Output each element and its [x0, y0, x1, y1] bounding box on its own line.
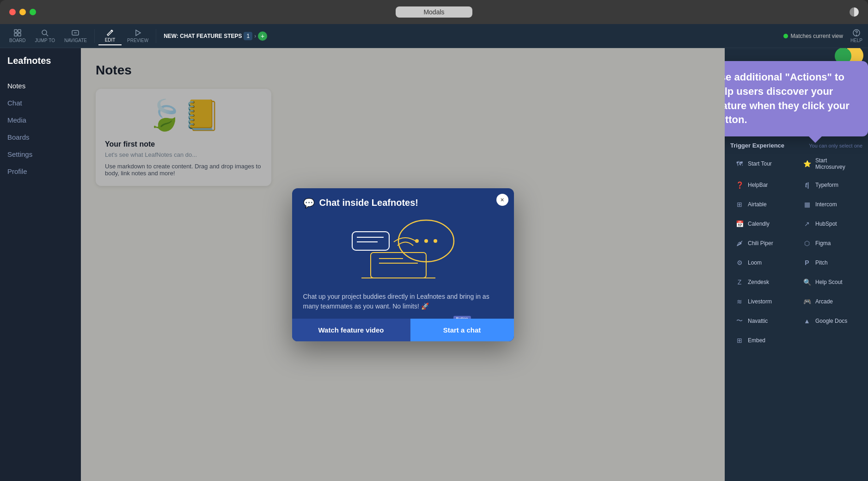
- toolbar-btn-navigate[interactable]: NAVIGATE: [61, 27, 91, 45]
- action-zendesk[interactable]: Z Zendesk: [730, 274, 795, 290]
- action-figma[interactable]: ⬡ Figma: [798, 235, 862, 252]
- toolbar-divider-2: [156, 29, 156, 43]
- pitch-label: Pitch: [815, 259, 828, 266]
- toolbar-right: Matches current view HELP: [783, 29, 863, 43]
- right-panel-inner: Product Navigation You can only select o…: [725, 94, 868, 481]
- trigger-exp-header: Trigger Experience You can only select o…: [730, 142, 862, 149]
- action-navattic[interactable]: 〜 Navattic: [730, 313, 795, 329]
- pitch-icon: P: [802, 258, 812, 267]
- sidebar-item-settings[interactable]: Settings: [0, 146, 81, 163]
- modal-dialog: × 💬 Chat inside Leafnotes!: [292, 188, 514, 341]
- figma-label: Figma: [815, 240, 831, 247]
- action-livestorm[interactable]: ≋ Livestorm: [730, 293, 795, 310]
- modal-title: Chat inside Leafnotes!: [319, 197, 418, 208]
- tooltip-text: Use additional "Actions" to help users d…: [725, 71, 850, 125]
- helpbar-label: HelpBar: [748, 182, 768, 188]
- modal-primary-button[interactable]: Start a chat: [410, 319, 514, 341]
- action-chili-piper[interactable]: 🌶 Chili Piper: [730, 235, 795, 252]
- svg-rect-20: [352, 232, 389, 250]
- typeform-icon: t|: [802, 180, 812, 190]
- page-area: Notes 🍃📒 Your first note Let's see what …: [81, 48, 725, 481]
- modal-body: Chat up your project buddies directly in…: [292, 292, 514, 319]
- intercom-icon: ▦: [802, 200, 812, 209]
- action-google-docs[interactable]: ▲ Google Docs: [798, 313, 862, 329]
- toolbar-btn-jump[interactable]: JUMP TO: [31, 27, 59, 45]
- navattic-label: Navattic: [748, 318, 768, 324]
- svg-point-4: [42, 30, 47, 35]
- svg-point-11: [856, 35, 856, 36]
- minimize-window-button[interactable]: [19, 9, 26, 15]
- action-typeform[interactable]: t| Typeform: [798, 177, 862, 193]
- action-start-tour[interactable]: 🗺 Start Tour: [730, 154, 795, 174]
- action-helpbar[interactable]: ❓ HelpBar: [730, 177, 795, 193]
- sidebar-item-notes[interactable]: Notes: [0, 77, 81, 94]
- board-label: BOARD: [9, 38, 26, 43]
- edit-label: EDIT: [105, 37, 116, 43]
- action-intercom[interactable]: ▦ Intercom: [798, 196, 862, 213]
- modal-secondary-button[interactable]: Watch feature video: [292, 319, 410, 341]
- sidebar-item-media[interactable]: Media: [0, 111, 81, 129]
- chili-piper-label: Chili Piper: [748, 240, 773, 247]
- notes-label: Notes: [7, 82, 25, 90]
- toolbar-btn-preview[interactable]: PREVIEW: [123, 27, 152, 45]
- calendly-icon: 📅: [735, 219, 744, 228]
- sidebar-item-boards[interactable]: Boards: [0, 129, 81, 146]
- action-start-microsurvey[interactable]: ⭐ Start Microsurvey: [798, 154, 862, 174]
- toolbar-btn-edit[interactable]: EDIT: [98, 26, 122, 45]
- matches-indicator: Matches current view: [783, 33, 843, 39]
- sidebar-item-chat[interactable]: Chat: [0, 94, 81, 111]
- loom-label: Loom: [748, 259, 762, 266]
- action-hubspot[interactable]: ↗ HubSpot: [798, 216, 862, 232]
- google-docs-icon: ▲: [802, 316, 812, 326]
- breadcrumb-step: 1: [244, 32, 252, 40]
- action-airtable[interactable]: ⊞ Airtable: [730, 196, 795, 213]
- zendesk-label: Zendesk: [748, 279, 769, 285]
- action-arcade[interactable]: 🎮 Arcade: [798, 293, 862, 310]
- breadcrumb: NEW: CHAT FEATURE STEPS 1 › +: [164, 31, 267, 41]
- right-panel: Use additional "Actions" to help users d…: [725, 48, 868, 481]
- svg-rect-16: [371, 253, 426, 278]
- embed-icon: ⊞: [735, 336, 744, 345]
- media-label: Media: [7, 116, 26, 124]
- action-help-scout[interactable]: 🔍 Help Scout: [798, 274, 862, 290]
- arcade-icon: 🎮: [802, 297, 812, 306]
- preview-label: PREVIEW: [127, 38, 148, 43]
- modal-footer: Watch feature video Button Start a chat: [292, 319, 514, 341]
- settings-label: Settings: [7, 150, 32, 158]
- action-embed[interactable]: ⊞ Embed: [730, 332, 795, 349]
- navigate-label: NAVIGATE: [64, 38, 87, 43]
- breadcrumb-add-button[interactable]: +: [258, 31, 267, 41]
- action-calendly[interactable]: 📅 Calendly: [730, 216, 795, 232]
- traffic-lights: [9, 9, 36, 15]
- start-tour-icon: 🗺: [735, 159, 744, 168]
- tooltip-tail: [809, 136, 822, 143]
- hubspot-label: HubSpot: [815, 221, 837, 227]
- svg-point-14: [424, 239, 428, 243]
- main-content: Leafnotes Notes Chat Media Boards Settin…: [0, 48, 868, 481]
- modal-illustration: [292, 209, 514, 292]
- maximize-window-button[interactable]: [30, 9, 36, 15]
- help-button[interactable]: HELP: [850, 29, 862, 43]
- toolbar-btn-board[interactable]: BOARD: [6, 27, 30, 45]
- svg-line-5: [46, 34, 48, 36]
- svg-rect-0: [14, 30, 17, 32]
- close-window-button[interactable]: [9, 9, 16, 15]
- airtable-icon: ⊞: [735, 200, 744, 209]
- svg-rect-3: [18, 33, 21, 36]
- action-loom[interactable]: ⚙ Loom: [730, 254, 795, 271]
- action-pitch[interactable]: P Pitch: [798, 254, 862, 271]
- svg-point-15: [434, 239, 437, 243]
- trigger-exp-title: Trigger Experience: [730, 142, 784, 149]
- modal-header: 💬 Chat inside Leafnotes!: [292, 188, 514, 209]
- google-docs-label: Google Docs: [815, 318, 847, 324]
- sidebar-item-profile[interactable]: Profile: [0, 163, 81, 180]
- airtable-label: Airtable: [748, 201, 767, 208]
- svg-marker-9: [136, 30, 141, 36]
- helpbar-icon: ❓: [735, 180, 744, 190]
- loom-icon: ⚙: [735, 258, 744, 267]
- start-tour-label: Start Tour: [748, 160, 772, 167]
- modal-close-button[interactable]: ×: [496, 194, 508, 206]
- display-toggle[interactable]: [850, 7, 859, 17]
- figma-icon: ⬡: [802, 239, 812, 248]
- modal-title-icon: 💬: [303, 197, 315, 209]
